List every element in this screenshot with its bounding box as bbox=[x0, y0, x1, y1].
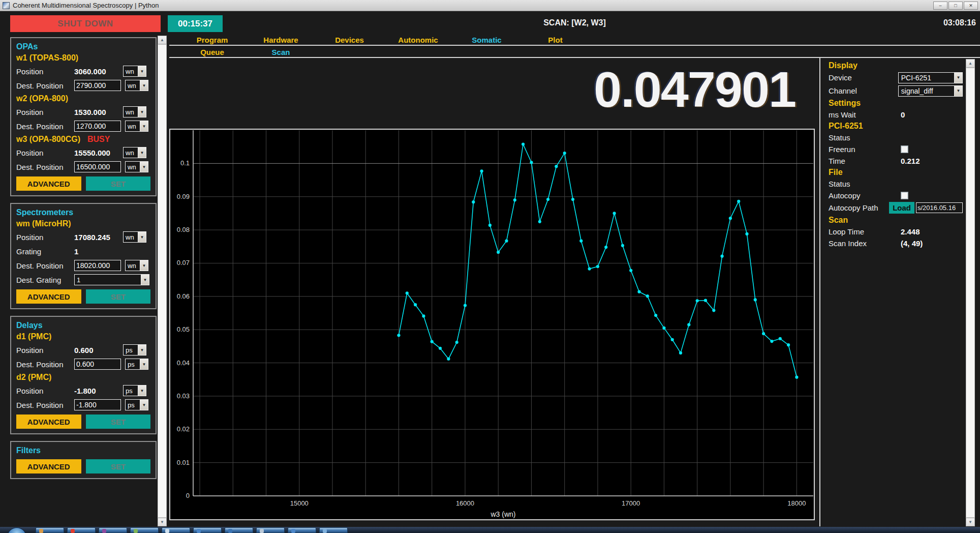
svg-text:15000: 15000 bbox=[290, 499, 309, 507]
units-dropdown[interactable]: ps▼ bbox=[123, 344, 146, 356]
units-dropdown[interactable]: ps▼ bbox=[125, 359, 148, 370]
chevron-down-icon[interactable]: ▼ bbox=[140, 359, 148, 369]
units-dropdown[interactable]: wn▼ bbox=[123, 106, 146, 117]
tab-scan[interactable]: Scan bbox=[247, 48, 315, 56]
field-label: Dest. Position bbox=[16, 81, 74, 90]
scan-plot: 00.010.020.030.040.050.060.070.080.090.1… bbox=[169, 129, 815, 520]
scrollbar-thumb[interactable] bbox=[158, 44, 167, 518]
scroll-up-icon[interactable]: ▲ bbox=[158, 36, 167, 44]
set-button[interactable]: SET bbox=[86, 176, 151, 191]
autocopy-checkbox[interactable] bbox=[901, 192, 908, 199]
dest-position-input[interactable] bbox=[74, 260, 121, 271]
shutdown-button[interactable]: SHUT DOWN bbox=[10, 15, 161, 32]
units-dropdown[interactable]: wn▼ bbox=[123, 147, 146, 158]
dest-position-input[interactable] bbox=[74, 399, 121, 410]
menu-item-hardware[interactable]: Hardware bbox=[247, 36, 315, 44]
chevron-down-icon[interactable]: ▼ bbox=[138, 345, 146, 355]
chevron-down-icon[interactable]: ▼ bbox=[138, 386, 146, 396]
taskbar-app-button[interactable] bbox=[36, 527, 64, 533]
close-button[interactable]: ✕ bbox=[964, 2, 978, 10]
field-label: Dest. Position bbox=[16, 261, 74, 270]
svg-text:0.04: 0.04 bbox=[177, 359, 190, 367]
svg-text:0.07: 0.07 bbox=[177, 259, 190, 266]
taskbar-app-button[interactable] bbox=[130, 527, 159, 533]
units-dropdown[interactable]: ps▼ bbox=[125, 399, 148, 410]
dest-grating-dropdown[interactable]: 1▼ bbox=[74, 274, 149, 285]
taskbar-app-button[interactable] bbox=[162, 527, 190, 533]
taskbar-app-button[interactable] bbox=[99, 527, 127, 533]
autocopy-path-input[interactable] bbox=[916, 202, 963, 213]
maximize-button[interactable]: □ bbox=[948, 2, 963, 10]
scroll-down-icon[interactable]: ▼ bbox=[158, 518, 167, 526]
clock: 03:08:16 bbox=[943, 18, 976, 27]
chevron-down-icon[interactable]: ▼ bbox=[140, 80, 148, 91]
scroll-up-icon[interactable]: ▲ bbox=[966, 59, 975, 68]
hardware-name: d1 (PMC) bbox=[16, 332, 150, 341]
dest-position-input[interactable] bbox=[74, 359, 121, 370]
taskbar-app-button[interactable] bbox=[193, 527, 222, 533]
advanced-button[interactable]: ADVANCED bbox=[16, 459, 81, 473]
units-dropdown[interactable]: wn▼ bbox=[125, 121, 148, 132]
chevron-down-icon[interactable]: ▼ bbox=[138, 107, 146, 117]
w1-dest-position-row: Dest. Positionwn▼ bbox=[16, 80, 150, 91]
units-dropdown[interactable]: wn▼ bbox=[125, 161, 148, 172]
dest-position-input[interactable] bbox=[74, 161, 121, 172]
svg-text:w3 (wn): w3 (wn) bbox=[490, 510, 515, 518]
taskbar-app-button[interactable] bbox=[319, 527, 348, 533]
taskbar-app-button[interactable] bbox=[225, 527, 253, 533]
right-panel-scrollbar[interactable]: ▲ ▼ bbox=[966, 59, 975, 526]
menu-item-plot[interactable]: Plot bbox=[521, 36, 590, 44]
hardware-name: w3 (OPA-800CG)BUSY bbox=[16, 135, 150, 144]
advanced-button[interactable]: ADVANCED bbox=[16, 176, 81, 191]
scrollbar-thumb[interactable] bbox=[966, 68, 975, 518]
chevron-down-icon[interactable]: ▼ bbox=[140, 121, 148, 131]
units-dropdown[interactable]: wn▼ bbox=[123, 66, 146, 77]
taskbar-app-button[interactable] bbox=[67, 527, 96, 533]
menu-item-autonomic[interactable]: Autonomic bbox=[384, 36, 452, 44]
taskbar-app-button[interactable] bbox=[288, 527, 316, 533]
chevron-down-icon[interactable]: ▼ bbox=[954, 86, 962, 96]
panel-divider bbox=[819, 57, 820, 526]
set-button[interactable]: SET bbox=[86, 289, 151, 304]
device-dropdown[interactable]: PCI-6251▼ bbox=[898, 72, 963, 83]
chevron-down-icon[interactable]: ▼ bbox=[141, 275, 149, 285]
set-button[interactable]: SET bbox=[86, 459, 151, 473]
chevron-down-icon[interactable]: ▼ bbox=[138, 232, 146, 242]
freerun-checkbox[interactable] bbox=[901, 145, 908, 153]
menu-item-devices[interactable]: Devices bbox=[315, 36, 384, 44]
set-button[interactable]: SET bbox=[86, 414, 151, 429]
chevron-down-icon[interactable]: ▼ bbox=[954, 73, 962, 83]
channel-dropdown[interactable]: signal_diff▼ bbox=[898, 85, 963, 97]
chevron-down-icon[interactable]: ▼ bbox=[140, 400, 148, 410]
chevron-down-icon[interactable]: ▼ bbox=[140, 260, 148, 271]
chevron-down-icon[interactable]: ▼ bbox=[138, 147, 146, 158]
dest-position-input[interactable] bbox=[74, 121, 121, 132]
units-dropdown[interactable]: wn▼ bbox=[125, 260, 148, 271]
d2-dest-position-row: Dest. Positionps▼ bbox=[16, 399, 150, 410]
advanced-button[interactable]: ADVANCED bbox=[16, 414, 81, 429]
svg-text:0.1: 0.1 bbox=[180, 159, 190, 167]
units-dropdown[interactable]: ps▼ bbox=[123, 385, 146, 396]
svg-text:16000: 16000 bbox=[456, 499, 474, 507]
settings-header-scan: Scan bbox=[829, 215, 963, 226]
hardware-name: wm (MicroHR) bbox=[16, 219, 150, 228]
dropdown-value: wn bbox=[124, 232, 138, 242]
minimize-button[interactable]: – bbox=[933, 2, 947, 10]
scroll-down-icon[interactable]: ▼ bbox=[966, 518, 975, 526]
units-dropdown[interactable]: wn▼ bbox=[123, 231, 146, 243]
chevron-down-icon[interactable]: ▼ bbox=[140, 162, 148, 172]
sidebar-scrollbar[interactable]: ▲ ▼ bbox=[158, 36, 167, 526]
chevron-down-icon[interactable]: ▼ bbox=[138, 66, 146, 76]
advanced-button[interactable]: ADVANCED bbox=[16, 289, 81, 304]
w3-dest-position-row: Dest. Positionwn▼ bbox=[16, 161, 150, 172]
dropdown-value: PCI-6251 bbox=[899, 73, 954, 83]
dest-position-input[interactable] bbox=[74, 80, 121, 91]
app-icon bbox=[260, 529, 264, 533]
taskbar-app-button[interactable] bbox=[256, 527, 285, 533]
menu-item-somatic[interactable]: Somatic bbox=[452, 36, 521, 44]
tab-queue[interactable]: Queue bbox=[178, 48, 247, 56]
load-button[interactable]: Load bbox=[889, 202, 914, 214]
menu-item-program[interactable]: Program bbox=[178, 36, 247, 44]
units-dropdown[interactable]: wn▼ bbox=[125, 80, 148, 91]
field-label: Dest. Position bbox=[16, 163, 74, 171]
